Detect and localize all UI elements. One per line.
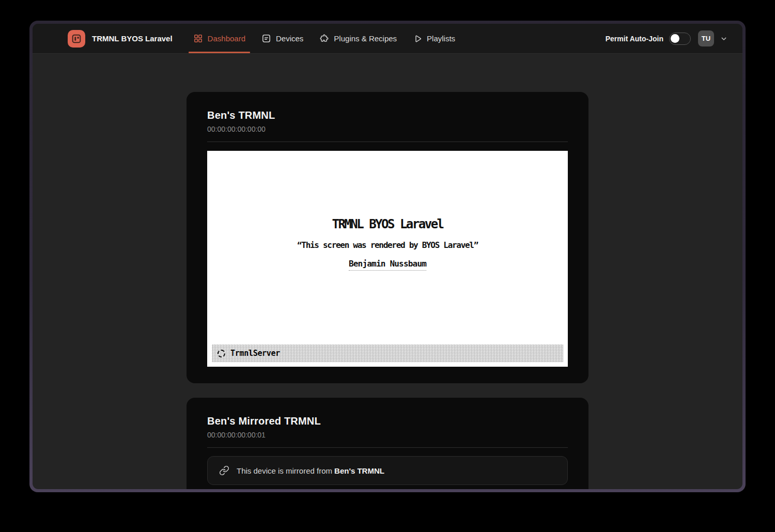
screen-status-bar: TrmnlServer [212,345,563,362]
puzzle-icon [319,34,329,43]
play-icon [413,34,422,43]
nav-item-label: Plugins & Recipes [334,34,397,43]
device-screen-preview: TRMNL BYOS Laravel “This screen was rend… [207,151,568,367]
toggle-knob [671,34,679,43]
screen-author: Benjamin Nussbaum [349,259,426,271]
divider [207,142,568,142]
trmnl-logo[interactable] [68,30,85,48]
screen-quote: “This screen was rendered by BYOS Larave… [297,240,478,250]
device-card-bens-trmnl: Ben's TRMNL 00:00:00:00:00:00 TRMNL BYOS… [187,92,588,383]
navbar-right: Permit Auto-Join TU [606,30,728,46]
spinner-icon [218,350,225,357]
main-content: Ben's TRMNL 00:00:00:00:00:00 TRMNL BYOS… [33,54,742,489]
mirror-source-device: Ben's TRMNL [334,466,384,475]
app-window-content: TRMNL BYOS Laravel Dashboard [33,24,742,489]
nav-item-label: Playlists [427,34,455,43]
link-icon [219,465,229,476]
screen-status-label: TrmnlServer [230,349,280,358]
screen-heading: TRMNL BYOS Laravel [332,217,443,231]
mirror-notice-prefix: This device is mirrored from [237,466,332,475]
permit-autojoin-toggle[interactable] [669,33,691,45]
divider [207,447,568,448]
mirror-notice-text: This device is mirrored fromBen's TRMNL [237,466,384,475]
app-title: TRMNL BYOS Laravel [92,34,173,43]
main-nav: Dashboard Devices [192,24,457,53]
trmnl-device-icon [71,33,82,44]
device-display-icon [261,34,271,43]
permit-autojoin-label: Permit Auto-Join [606,35,663,43]
device-name: Ben's Mirrored TRMNL [207,415,568,427]
nav-item-label: Dashboard [208,34,245,43]
nav-item-devices[interactable]: Devices [260,24,304,53]
device-name: Ben's TRMNL [207,109,568,121]
nav-item-plugins-recipes[interactable]: Plugins & Recipes [318,24,398,53]
device-mac-address: 00:00:00:00:00:00 [207,125,568,133]
device-mac-address: 00:00:00:00:00:01 [207,431,568,439]
user-avatar[interactable]: TU [698,30,714,46]
nav-item-playlists[interactable]: Playlists [412,24,456,53]
grid-icon [193,34,203,43]
nav-item-dashboard[interactable]: Dashboard [192,24,246,53]
top-navbar: TRMNL BYOS Laravel Dashboard [33,24,742,54]
user-menu-button[interactable] [720,35,728,43]
nav-item-label: Devices [276,34,303,43]
app-window: TRMNL BYOS Laravel Dashboard [29,21,746,492]
chevron-down-icon [720,35,728,43]
mirror-notice: This device is mirrored fromBen's TRMNL [207,456,568,485]
device-card-bens-mirrored-trmnl: Ben's Mirrored TRMNL 00:00:00:00:00:01 T… [187,398,588,489]
